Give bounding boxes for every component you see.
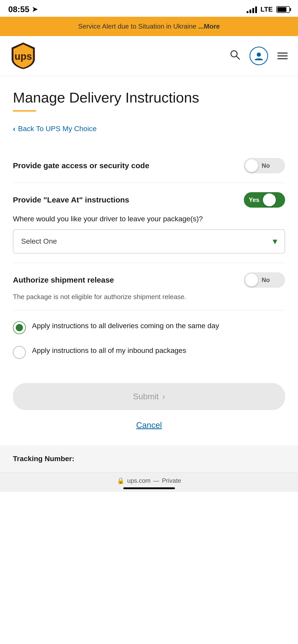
svg-text:ups: ups — [14, 51, 32, 62]
radio-inner-fill — [16, 324, 23, 331]
menu-line-2 — [277, 55, 288, 56]
battery-icon — [276, 6, 290, 13]
home-indicator — [123, 487, 175, 489]
browser-bar: 🔒 ups.com — Private — [0, 472, 298, 492]
hamburger-menu-icon[interactable] — [277, 53, 288, 59]
authorize-label: Authorize shipment release — [13, 276, 244, 284]
leave-at-dropdown[interactable]: Select One ▾ — [13, 229, 285, 253]
privacy-text: Private — [162, 477, 181, 484]
nav-right — [229, 47, 288, 65]
submit-label: Submit — [133, 392, 159, 401]
signal-bar-4 — [255, 6, 257, 13]
back-link-text: Back To UPS My Choice — [18, 125, 97, 133]
leave-at-state: Yes — [245, 196, 263, 204]
radio-checked-icon — [13, 321, 26, 334]
authorize-note: The package is not eligible for authoriz… — [13, 293, 285, 301]
user-account-icon[interactable] — [249, 47, 268, 65]
ups-logo[interactable]: ups — [10, 41, 36, 71]
leave-at-toggle[interactable]: Yes — [244, 192, 285, 208]
leave-at-section: Provide "Leave At" instructions Yes Wher… — [13, 183, 285, 263]
back-chevron-icon: ‹ — [13, 124, 15, 133]
cancel-link[interactable]: Cancel — [136, 420, 162, 430]
svg-point-3 — [257, 53, 261, 57]
battery-fill — [277, 7, 286, 12]
radio-option-inbound[interactable]: Apply instructions to all of my inbound … — [13, 345, 285, 359]
menu-line-1 — [277, 53, 288, 54]
domain-text: ups.com — [127, 477, 151, 484]
svg-line-2 — [236, 56, 239, 59]
gate-access-toggle[interactable]: No — [244, 158, 285, 173]
lte-label: LTE — [261, 5, 273, 13]
navigation-arrow-icon: ➤ — [32, 5, 38, 13]
radio-same-day-text: Apply instructions to all deliveries com… — [32, 321, 219, 331]
radio-unchecked-icon — [13, 346, 26, 359]
dropdown-arrow-icon: ▾ — [273, 236, 277, 246]
status-right: LTE — [247, 5, 290, 13]
authorize-toggle-knob — [245, 274, 258, 286]
radio-section: Apply instructions to all deliveries com… — [13, 310, 285, 375]
search-icon[interactable] — [229, 49, 240, 63]
page-title: Manage Delivery Instructions — [13, 89, 285, 106]
menu-line-3 — [277, 58, 288, 59]
title-underline — [13, 110, 36, 112]
status-time: 08:55 ➤ — [8, 5, 38, 14]
browser-bar-text: 🔒 ups.com — Private — [0, 477, 298, 484]
leave-at-toggle-knob — [263, 193, 276, 206]
back-link[interactable]: ‹ Back To UPS My Choice — [13, 124, 285, 133]
nav-header: ups — [0, 36, 298, 76]
gate-access-label: Provide gate access or security code — [13, 161, 244, 170]
alert-more-link[interactable]: ...More — [198, 22, 220, 30]
toggle-knob — [245, 159, 258, 172]
authorize-header: Authorize shipment release No — [13, 272, 285, 288]
select-one-text: Select One — [21, 237, 57, 245]
separator: — — [153, 477, 159, 484]
gate-access-row: Provide gate access or security code No — [13, 149, 285, 183]
leave-at-label: Provide "Leave At" instructions — [13, 196, 244, 204]
lock-icon: 🔒 — [117, 477, 125, 484]
gate-access-state: No — [258, 162, 273, 169]
signal-bar-1 — [247, 11, 248, 13]
signal-bar-3 — [252, 8, 254, 13]
authorize-toggle[interactable]: No — [244, 272, 285, 288]
submit-arrow-icon: › — [162, 392, 165, 401]
leave-at-question: Where would you like your driver to leav… — [13, 215, 285, 223]
tracking-number-label: Tracking Number: — [13, 455, 74, 463]
radio-option-same-day[interactable]: Apply instructions to all deliveries com… — [13, 321, 285, 334]
tracking-footer: Tracking Number: — [0, 445, 298, 472]
signal-bars — [247, 6, 257, 13]
time-display: 08:55 — [8, 5, 29, 14]
status-bar: 08:55 ➤ LTE — [0, 0, 298, 17]
alert-banner: Service Alert due to Situation in Ukrain… — [0, 17, 298, 36]
alert-text: Service Alert due to Situation in Ukrain… — [78, 22, 198, 30]
main-content: Manage Delivery Instructions ‹ Back To U… — [0, 76, 298, 445]
authorize-section: Authorize shipment release No The packag… — [13, 263, 285, 310]
signal-bar-2 — [249, 10, 251, 13]
authorize-state: No — [258, 276, 273, 284]
radio-inbound-text: Apply instructions to all of my inbound … — [32, 345, 186, 355]
submit-button[interactable]: Submit › — [13, 383, 285, 410]
cancel-link-wrap: Cancel — [13, 415, 285, 445]
